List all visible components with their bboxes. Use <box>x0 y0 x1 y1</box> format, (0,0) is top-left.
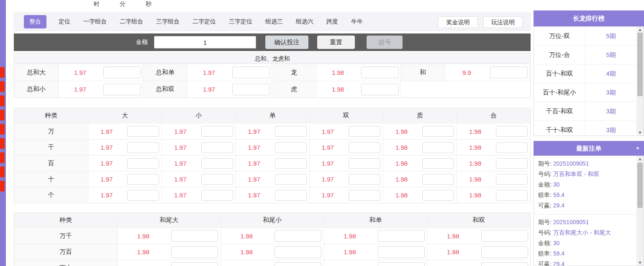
tab-二字定位[interactable]: 二字定位 <box>192 18 216 26</box>
bet-input[interactable] <box>201 126 233 137</box>
odds-value: 1.98 <box>457 171 494 187</box>
bet-input[interactable] <box>422 142 454 153</box>
table-header-row: 种类大小单双质合 <box>14 108 530 123</box>
tab-三字组合[interactable]: 三字组合 <box>156 18 180 26</box>
confirm-bet-button[interactable]: 确认投注 <box>265 36 308 49</box>
rules-info-button[interactable]: 玩法说明 <box>483 16 523 28</box>
bet-input[interactable] <box>171 230 218 242</box>
bet-input-cell <box>346 187 383 203</box>
odds-value: 1.97 <box>236 187 272 203</box>
bet-input[interactable] <box>378 262 425 266</box>
bet-input[interactable] <box>275 246 321 258</box>
bet-input[interactable] <box>275 262 321 266</box>
orders-panel-scrollbar[interactable]: ▲ ▼ <box>636 156 644 266</box>
bet-input[interactable] <box>171 246 218 258</box>
bet-input[interactable] <box>496 174 528 185</box>
bet-input[interactable] <box>232 84 270 95</box>
game-tab-bar: 整合定位一字组合二字组合三字组合二字定位三字定位组选三组选六跨度牛牛 奖金说明 … <box>14 13 531 31</box>
bet-input[interactable] <box>378 246 425 258</box>
bet-input[interactable] <box>127 126 159 137</box>
bet-input[interactable] <box>127 158 159 169</box>
table-header-row: 种类和尾大和尾小和单和双 <box>14 213 530 228</box>
bet-input[interactable] <box>103 66 141 78</box>
bet-input[interactable] <box>275 190 307 201</box>
bet-input[interactable] <box>349 190 380 201</box>
bet-input-cell <box>375 244 427 260</box>
bet-input[interactable] <box>481 246 528 258</box>
bet-cell-group: 1.97 <box>309 156 383 171</box>
bet-input[interactable] <box>378 230 425 242</box>
order-entry: 期号: 20251009051号码: 万百和单双 - 和双金额: 30赔率: 5… <box>534 156 636 214</box>
bet-input[interactable] <box>275 142 307 153</box>
scrollbar-thumb[interactable] <box>637 163 643 208</box>
bet-input[interactable] <box>422 190 454 201</box>
tab-牛牛[interactable]: 牛牛 <box>351 18 363 26</box>
bet-input[interactable] <box>496 190 528 201</box>
bet-input[interactable] <box>496 126 528 137</box>
bet-input[interactable] <box>201 190 233 201</box>
bet-input[interactable] <box>361 84 399 95</box>
bet-input[interactable] <box>201 142 233 153</box>
dragon-name: 百十-和双 <box>534 64 585 83</box>
dragon-streak-count: 4期 <box>585 64 636 83</box>
scrollbar-thumb[interactable] <box>637 33 643 96</box>
bet-toolbar: 金额 确认投注 重置 追号 <box>14 33 531 51</box>
bet-input[interactable] <box>171 262 218 266</box>
scroll-up-icon[interactable]: ▲ <box>636 156 644 162</box>
bet-cell-group: 1.97 <box>309 140 383 155</box>
bet-cell-group: 1.97 <box>162 187 235 203</box>
tab-整合[interactable]: 整合 <box>24 15 46 28</box>
bet-input[interactable] <box>481 262 528 266</box>
red-marker <box>0 81 5 92</box>
scroll-up-icon[interactable]: ▲ <box>636 27 644 33</box>
order-odds: 赔率: 59.4 <box>538 190 636 200</box>
bet-input[interactable] <box>349 142 380 153</box>
bet-input[interactable] <box>127 174 159 185</box>
dragon-name: 万位-双 <box>534 27 585 45</box>
reset-button[interactable]: 重置 <box>317 36 355 49</box>
tab-定位[interactable]: 定位 <box>59 18 70 26</box>
order-field-value: 29.4 <box>553 261 564 266</box>
bet-input[interactable] <box>127 142 159 153</box>
bet-cell-group: 1.97 <box>235 140 309 155</box>
dragon-panel-scrollbar[interactable]: ▲ ▼ <box>636 27 644 136</box>
tab-三字定位[interactable]: 三字定位 <box>229 18 252 26</box>
tab-组选三[interactable]: 组选三 <box>265 18 283 26</box>
odds-value: 1.97 <box>162 140 199 155</box>
bet-cell-group: 1.98 <box>427 228 530 244</box>
bet-type-label: 万 <box>14 123 88 139</box>
tab-二字组合[interactable]: 二字组合 <box>120 18 143 26</box>
odds-value: 1.97 <box>162 171 199 187</box>
bet-input[interactable] <box>349 158 380 169</box>
bet-input-cell <box>420 171 457 187</box>
scroll-down-icon[interactable]: ▼ <box>636 130 644 136</box>
bet-input[interactable] <box>481 230 528 242</box>
chevron-down-icon[interactable]: ▼ <box>636 141 640 156</box>
bet-input[interactable] <box>422 174 454 185</box>
scroll-down-icon[interactable]: ▼ <box>636 260 644 266</box>
bet-input[interactable] <box>201 158 233 169</box>
bet-input[interactable] <box>275 174 307 185</box>
bet-input[interactable] <box>275 158 307 169</box>
bet-input[interactable] <box>361 66 399 78</box>
bet-input[interactable] <box>275 126 307 137</box>
amount-input[interactable] <box>154 36 256 49</box>
bet-input[interactable] <box>496 158 528 169</box>
bet-input[interactable] <box>422 158 454 169</box>
bet-input[interactable] <box>496 142 528 153</box>
bet-input[interactable] <box>275 230 321 242</box>
tab-跨度[interactable]: 跨度 <box>326 18 338 26</box>
prize-info-button[interactable]: 奖金说明 <box>438 16 478 28</box>
bet-input[interactable] <box>490 66 528 78</box>
bet-input[interactable] <box>349 174 380 185</box>
order-entry: 期号: 20251009051号码: 万百和尾大小 - 和尾大金额: 30赔率:… <box>534 214 636 266</box>
chase-number-button[interactable]: 追号 <box>367 36 403 49</box>
bet-input[interactable] <box>422 126 454 137</box>
bet-input[interactable] <box>232 66 270 78</box>
bet-input[interactable] <box>201 174 233 185</box>
bet-input[interactable] <box>103 84 141 95</box>
tab-一字组合[interactable]: 一字组合 <box>83 18 107 26</box>
bet-input[interactable] <box>127 190 159 201</box>
tab-组选六[interactable]: 组选六 <box>296 18 313 26</box>
bet-input[interactable] <box>349 126 380 137</box>
